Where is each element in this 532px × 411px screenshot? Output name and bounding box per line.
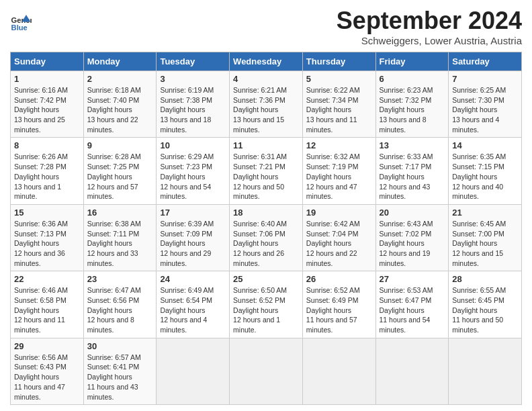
- day-number: 30: [87, 341, 153, 351]
- calendar-day-cell: 17 Sunrise: 6:39 AM Sunset: 7:09 PM Dayl…: [157, 204, 230, 271]
- day-info: Sunrise: 6:19 AM Sunset: 7:38 PM Dayligh…: [160, 85, 226, 134]
- day-number: 23: [87, 274, 153, 284]
- day-number: 19: [306, 208, 372, 218]
- day-number: 22: [14, 274, 80, 284]
- calendar-day-header: Wednesday: [230, 52, 303, 71]
- calendar-day-cell: 9 Sunrise: 6:28 AM Sunset: 7:25 PM Dayli…: [83, 138, 157, 204]
- day-number: 18: [233, 208, 299, 218]
- calendar-body: 1 Sunrise: 6:16 AM Sunset: 7:42 PM Dayli…: [11, 71, 522, 405]
- calendar-day-cell: 28 Sunrise: 6:55 AM Sunset: 6:45 PM Dayl…: [449, 271, 522, 338]
- day-info: Sunrise: 6:45 AM Sunset: 7:00 PM Dayligh…: [452, 219, 518, 268]
- calendar-day-cell: 3 Sunrise: 6:19 AM Sunset: 7:38 PM Dayli…: [157, 71, 230, 138]
- day-number: 14: [452, 140, 518, 150]
- calendar-week-row: 15 Sunrise: 6:36 AM Sunset: 7:13 PM Dayl…: [11, 204, 522, 271]
- day-number: 26: [306, 274, 372, 284]
- calendar-day-cell: [157, 338, 230, 404]
- day-info: Sunrise: 6:28 AM Sunset: 7:25 PM Dayligh…: [87, 152, 153, 201]
- calendar-header-row: SundayMondayTuesdayWednesdayThursdayFrid…: [11, 52, 522, 71]
- calendar-day-cell: 10 Sunrise: 6:29 AM Sunset: 7:23 PM Dayl…: [157, 138, 230, 204]
- day-info: Sunrise: 6:56 AM Sunset: 6:43 PM Dayligh…: [14, 353, 80, 402]
- calendar-day-cell: 1 Sunrise: 6:16 AM Sunset: 7:42 PM Dayli…: [11, 71, 84, 138]
- calendar-day-header: Sunday: [11, 52, 84, 71]
- calendar-day-cell: 13 Sunrise: 6:33 AM Sunset: 7:17 PM Dayl…: [375, 138, 449, 204]
- calendar-day-cell: 12 Sunrise: 6:32 AM Sunset: 7:19 PM Dayl…: [302, 138, 375, 204]
- day-number: 13: [380, 140, 445, 150]
- day-info: Sunrise: 6:55 AM Sunset: 6:45 PM Dayligh…: [452, 285, 518, 334]
- calendar-week-row: 29 Sunrise: 6:56 AM Sunset: 6:43 PM Dayl…: [11, 338, 522, 404]
- day-number: 27: [380, 274, 445, 284]
- calendar-day-cell: 29 Sunrise: 6:56 AM Sunset: 6:43 PM Dayl…: [11, 338, 84, 404]
- day-info: Sunrise: 6:49 AM Sunset: 6:54 PM Dayligh…: [160, 285, 226, 334]
- calendar-day-header: Thursday: [302, 52, 375, 71]
- calendar-day-cell: 4 Sunrise: 6:21 AM Sunset: 7:36 PM Dayli…: [230, 71, 303, 138]
- day-number: 17: [160, 208, 226, 218]
- location-subtitle: Schweiggers, Lower Austria, Austria: [337, 35, 522, 46]
- day-number: 5: [306, 74, 372, 84]
- day-info: Sunrise: 6:16 AM Sunset: 7:42 PM Dayligh…: [14, 85, 80, 134]
- day-info: Sunrise: 6:36 AM Sunset: 7:13 PM Dayligh…: [14, 219, 80, 268]
- day-number: 25: [233, 274, 299, 284]
- calendar-day-cell: 23 Sunrise: 6:47 AM Sunset: 6:56 PM Dayl…: [83, 271, 157, 338]
- logo: General Blue: [10, 12, 32, 34]
- calendar-day-cell: 30 Sunrise: 6:57 AM Sunset: 6:41 PM Dayl…: [83, 338, 157, 404]
- day-info: Sunrise: 6:32 AM Sunset: 7:19 PM Dayligh…: [306, 152, 372, 201]
- day-info: Sunrise: 6:53 AM Sunset: 6:47 PM Dayligh…: [380, 285, 445, 334]
- day-number: 10: [160, 140, 226, 150]
- day-info: Sunrise: 6:52 AM Sunset: 6:49 PM Dayligh…: [306, 285, 372, 334]
- day-number: 15: [14, 208, 80, 218]
- calendar-day-cell: [230, 338, 303, 404]
- month-title: September 2024: [337, 7, 522, 35]
- calendar-day-cell: 14 Sunrise: 6:35 AM Sunset: 7:15 PM Dayl…: [449, 138, 522, 204]
- calendar-day-header: Saturday: [449, 52, 522, 71]
- calendar-day-cell: 16 Sunrise: 6:38 AM Sunset: 7:11 PM Dayl…: [83, 204, 157, 271]
- day-number: 29: [14, 341, 80, 351]
- day-number: 12: [306, 140, 372, 150]
- day-number: 21: [452, 208, 518, 218]
- day-info: Sunrise: 6:31 AM Sunset: 7:21 PM Dayligh…: [233, 152, 299, 201]
- calendar-day-cell: 26 Sunrise: 6:52 AM Sunset: 6:49 PM Dayl…: [302, 271, 375, 338]
- day-info: Sunrise: 6:42 AM Sunset: 7:04 PM Dayligh…: [306, 219, 372, 268]
- calendar-day-cell: 8 Sunrise: 6:26 AM Sunset: 7:28 PM Dayli…: [11, 138, 84, 204]
- calendar-day-cell: 2 Sunrise: 6:18 AM Sunset: 7:40 PM Dayli…: [83, 71, 157, 138]
- day-info: Sunrise: 6:25 AM Sunset: 7:30 PM Dayligh…: [452, 85, 518, 134]
- calendar-day-cell: 27 Sunrise: 6:53 AM Sunset: 6:47 PM Dayl…: [375, 271, 449, 338]
- calendar-day-header: Tuesday: [157, 52, 230, 71]
- day-info: Sunrise: 6:22 AM Sunset: 7:34 PM Dayligh…: [306, 85, 372, 134]
- day-info: Sunrise: 6:57 AM Sunset: 6:41 PM Dayligh…: [87, 353, 153, 402]
- day-info: Sunrise: 6:33 AM Sunset: 7:17 PM Dayligh…: [380, 152, 445, 201]
- day-info: Sunrise: 6:39 AM Sunset: 7:09 PM Dayligh…: [160, 219, 226, 268]
- calendar-day-cell: 24 Sunrise: 6:49 AM Sunset: 6:54 PM Dayl…: [157, 271, 230, 338]
- calendar-day-cell: 19 Sunrise: 6:42 AM Sunset: 7:04 PM Dayl…: [302, 204, 375, 271]
- day-number: 6: [380, 74, 445, 84]
- day-number: 8: [14, 140, 80, 150]
- day-number: 4: [233, 74, 299, 84]
- calendar-week-row: 22 Sunrise: 6:46 AM Sunset: 6:58 PM Dayl…: [11, 271, 522, 338]
- calendar-day-cell: 15 Sunrise: 6:36 AM Sunset: 7:13 PM Dayl…: [11, 204, 84, 271]
- day-info: Sunrise: 6:29 AM Sunset: 7:23 PM Dayligh…: [160, 152, 226, 201]
- day-number: 28: [452, 274, 518, 284]
- calendar-day-cell: 5 Sunrise: 6:22 AM Sunset: 7:34 PM Dayli…: [302, 71, 375, 138]
- calendar-week-row: 1 Sunrise: 6:16 AM Sunset: 7:42 PM Dayli…: [11, 71, 522, 138]
- day-number: 11: [233, 140, 299, 150]
- calendar-day-cell: 21 Sunrise: 6:45 AM Sunset: 7:00 PM Dayl…: [449, 204, 522, 271]
- calendar-day-cell: 6 Sunrise: 6:23 AM Sunset: 7:32 PM Dayli…: [375, 71, 449, 138]
- calendar-table: SundayMondayTuesdayWednesdayThursdayFrid…: [10, 52, 522, 405]
- day-info: Sunrise: 6:38 AM Sunset: 7:11 PM Dayligh…: [87, 219, 153, 268]
- day-info: Sunrise: 6:43 AM Sunset: 7:02 PM Dayligh…: [380, 219, 445, 268]
- day-number: 24: [160, 274, 226, 284]
- day-number: 16: [87, 208, 153, 218]
- day-number: 1: [14, 74, 80, 84]
- day-info: Sunrise: 6:46 AM Sunset: 6:58 PM Dayligh…: [14, 285, 80, 334]
- calendar-day-cell: 20 Sunrise: 6:43 AM Sunset: 7:02 PM Dayl…: [375, 204, 449, 271]
- day-info: Sunrise: 6:40 AM Sunset: 7:06 PM Dayligh…: [233, 219, 299, 268]
- page-header: General Blue September 2024 Schweiggers,…: [10, 7, 522, 46]
- calendar-day-header: Friday: [375, 52, 449, 71]
- day-number: 9: [87, 140, 153, 150]
- day-number: 3: [160, 74, 226, 84]
- day-info: Sunrise: 6:23 AM Sunset: 7:32 PM Dayligh…: [380, 85, 445, 134]
- day-info: Sunrise: 6:35 AM Sunset: 7:15 PM Dayligh…: [452, 152, 518, 201]
- title-block: September 2024 Schweiggers, Lower Austri…: [337, 7, 522, 46]
- calendar-day-cell: 11 Sunrise: 6:31 AM Sunset: 7:21 PM Dayl…: [230, 138, 303, 204]
- day-number: 20: [380, 208, 445, 218]
- day-info: Sunrise: 6:47 AM Sunset: 6:56 PM Dayligh…: [87, 285, 153, 334]
